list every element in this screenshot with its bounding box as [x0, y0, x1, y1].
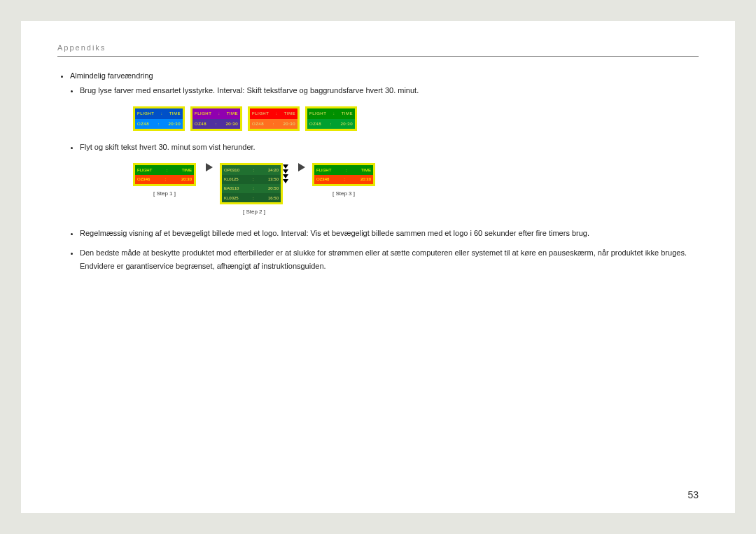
bullet-list: Almindelig farveændring Brug lyse farver…: [70, 69, 699, 273]
sub-item: Brug lyse farver med ensartet lysstyrke.…: [80, 84, 699, 97]
board-hdr-time: TIME: [169, 110, 181, 117]
board-purple: FLIGHT:TIME OZ48:20:30: [190, 106, 242, 130]
arrow-right-icon: [295, 163, 305, 171]
sub-list: Flyt og skift tekst hvert 30. minut som …: [80, 141, 699, 154]
page-header: Appendiks: [57, 43, 699, 57]
board-step2: OP0310:24:20 KL0125:13:50 EA0110:20:50 K…: [220, 163, 283, 204]
step-2: OP0310:24:20 KL0125:13:50 EA0110:20:50 K…: [220, 163, 288, 216]
document-page: Appendiks Almindelig farveændring Brug l…: [21, 21, 735, 513]
sub-item: Flyt og skift tekst hvert 30. minut som …: [80, 141, 699, 154]
board-blue: FLIGHT:TIME OZ48:20:30: [133, 106, 185, 130]
board-red: FLIGHT:TIME OZ48:20:30: [248, 106, 300, 130]
board-code: OZ48: [137, 120, 149, 127]
steps-figure: FLIGHT:TIME OZ346:20:30 [ Step 1 ] OP031…: [133, 163, 699, 216]
step-label: [ Step 3 ]: [332, 189, 355, 199]
color-boards-figure: FLIGHT:TIME OZ48:20:30 FLIGHT:TIME OZ48:…: [133, 106, 699, 130]
step-label: [ Step 2 ]: [243, 207, 265, 217]
page-number: 53: [687, 489, 699, 500]
arrow-down-icon: [283, 164, 288, 183]
bullet-text: Almindelig farveændring: [70, 71, 153, 80]
sub-list: Brug lyse farver med ensartet lysstyrke.…: [80, 84, 699, 97]
bullet-item: Almindelig farveændring Brug lyse farver…: [70, 69, 699, 273]
arrow-right-icon: [203, 163, 213, 171]
sub-item: Den bedste måde at beskytte produktet mo…: [80, 246, 699, 272]
step-label: [ Step 1 ]: [153, 189, 176, 199]
sub-list: Regelmæssig visning af et bevægeligt bil…: [80, 227, 699, 273]
sub-item: Regelmæssig visning af et bevægeligt bil…: [80, 227, 699, 240]
board-green: FLIGHT:TIME OZ48:20:30: [305, 106, 357, 130]
board-time: 20:30: [168, 120, 181, 127]
board-step3: FLIGHT:TIME OZ348:20:30: [312, 163, 375, 185]
board-hdr-flight: FLIGHT: [137, 110, 154, 117]
step-3: FLIGHT:TIME OZ348:20:30 [ Step 3 ]: [312, 163, 375, 198]
section-title: Appendiks: [57, 43, 106, 52]
board-step1: FLIGHT:TIME OZ346:20:30: [133, 163, 196, 185]
step-1: FLIGHT:TIME OZ346:20:30 [ Step 1 ]: [133, 163, 196, 198]
